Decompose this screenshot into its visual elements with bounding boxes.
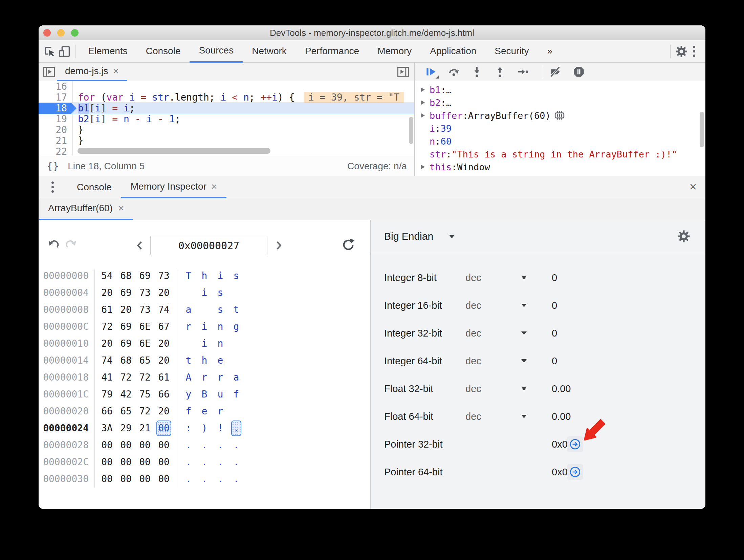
hex-byte[interactable]: 72 bbox=[118, 369, 133, 386]
hex-byte[interactable]: 20 bbox=[156, 335, 171, 352]
hex-byte[interactable]: 79 bbox=[100, 386, 114, 403]
hex-byte[interactable]: 65 bbox=[137, 352, 152, 369]
hex-byte[interactable]: 6E bbox=[137, 335, 152, 352]
deactivate-breakpoints-button[interactable] bbox=[547, 64, 565, 80]
hex-byte[interactable]: 3A bbox=[100, 420, 114, 437]
ascii-char[interactable]: . bbox=[231, 454, 241, 471]
chevron-down-icon[interactable] bbox=[521, 331, 527, 335]
ascii-char[interactable]: . bbox=[199, 454, 210, 471]
undo-icon[interactable] bbox=[47, 239, 60, 252]
format-select[interactable]: dec bbox=[465, 264, 481, 292]
ascii-char[interactable]: s bbox=[215, 301, 225, 318]
drawer-menu-icon[interactable] bbox=[47, 179, 58, 195]
address-input[interactable] bbox=[150, 236, 267, 255]
hex-byte[interactable]: 00 bbox=[156, 454, 171, 471]
ascii-char[interactable]: . bbox=[215, 437, 225, 454]
ascii-char[interactable]: u bbox=[215, 386, 225, 403]
hex-byte[interactable]: 61 bbox=[100, 301, 114, 318]
hex-byte[interactable]: 41 bbox=[100, 369, 114, 386]
hex-byte[interactable]: 20 bbox=[156, 284, 171, 301]
next-page-chevron-icon[interactable] bbox=[273, 240, 284, 251]
inspect-element-icon[interactable] bbox=[42, 44, 57, 59]
ascii-char[interactable]: . bbox=[215, 454, 225, 471]
scope-row[interactable]: str: "This is a string in the ArrayBuffe… bbox=[415, 148, 705, 160]
code-horizontal-scrollbar[interactable] bbox=[78, 148, 270, 154]
chevron-down-icon[interactable] bbox=[521, 304, 527, 307]
ascii-char[interactable]: n bbox=[215, 318, 225, 335]
chevron-down-icon[interactable] bbox=[521, 276, 527, 279]
pretty-print-icon[interactable]: {} bbox=[47, 160, 59, 172]
hex-byte[interactable]: 20 bbox=[156, 352, 171, 369]
ascii-char[interactable]: s bbox=[215, 284, 225, 301]
drawer-tab-memory-inspector[interactable]: Memory Inspector× bbox=[121, 176, 227, 198]
format-select[interactable]: dec bbox=[465, 347, 481, 375]
hex-byte[interactable]: 74 bbox=[156, 301, 171, 318]
hex-byte[interactable]: 20 bbox=[100, 335, 114, 352]
open-memory-inspector-icon[interactable] bbox=[554, 111, 565, 120]
scope-row[interactable]: b1: … bbox=[415, 83, 705, 96]
ascii-char[interactable]: r bbox=[199, 369, 210, 386]
pause-on-exceptions-button[interactable] bbox=[570, 64, 588, 80]
ascii-char[interactable]: A bbox=[183, 369, 194, 386]
hex-byte[interactable]: 67 bbox=[156, 318, 171, 335]
hex-byte[interactable]: 00 bbox=[137, 437, 152, 454]
hex-byte[interactable]: 00 bbox=[100, 471, 114, 488]
ascii-char[interactable]: ! bbox=[215, 420, 225, 437]
chevron-down-icon[interactable] bbox=[521, 387, 527, 390]
ascii-char[interactable]: f bbox=[231, 386, 241, 403]
ascii-char[interactable]: . bbox=[183, 437, 194, 454]
hex-byte[interactable]: 72 bbox=[137, 369, 152, 386]
ascii-char[interactable]: . bbox=[215, 471, 225, 488]
file-tab-demo-js[interactable]: demo-js.js × bbox=[57, 63, 127, 81]
hex-byte[interactable]: 00 bbox=[100, 437, 114, 454]
hex-byte[interactable]: 61 bbox=[156, 369, 171, 386]
hex-byte[interactable]: 42 bbox=[118, 386, 133, 403]
tab-memory[interactable]: Memory bbox=[368, 40, 421, 63]
hex-byte[interactable]: 75 bbox=[137, 386, 152, 403]
hex-byte[interactable]: 69 bbox=[118, 284, 133, 301]
hex-byte[interactable]: 21 bbox=[137, 420, 152, 437]
ascii-char[interactable]: . bbox=[231, 421, 241, 436]
ascii-char[interactable]: e bbox=[215, 352, 225, 369]
hex-byte[interactable]: 74 bbox=[100, 352, 114, 369]
ascii-char[interactable]: ) bbox=[199, 420, 210, 437]
line-number[interactable]: 16 bbox=[39, 81, 72, 92]
format-select[interactable]: dec bbox=[465, 375, 481, 403]
toggle-navigator-sidebar-icon[interactable] bbox=[41, 64, 57, 80]
tab-application[interactable]: Application bbox=[421, 40, 485, 63]
ascii-char[interactable]: . bbox=[199, 437, 210, 454]
ascii-char[interactable]: i bbox=[199, 335, 210, 352]
line-number[interactable]: 21 bbox=[39, 135, 72, 146]
redo-icon[interactable] bbox=[64, 239, 77, 252]
devtools-menu-icon[interactable] bbox=[689, 44, 699, 59]
tab-security[interactable]: Security bbox=[485, 40, 538, 63]
close-buffer-tab-icon[interactable]: × bbox=[118, 202, 124, 214]
ascii-char[interactable]: s bbox=[231, 267, 241, 284]
more-tabs-chevron[interactable]: » bbox=[538, 40, 562, 63]
hex-byte[interactable]: 00 bbox=[100, 454, 114, 471]
format-select[interactable]: dec bbox=[465, 292, 481, 319]
hex-byte[interactable]: 00 bbox=[156, 471, 171, 488]
expand-triangle-icon[interactable] bbox=[421, 100, 425, 105]
ascii-char[interactable]: r bbox=[183, 318, 194, 335]
line-number[interactable]: 19 bbox=[39, 114, 72, 125]
hex-byte[interactable]: 00 bbox=[118, 454, 133, 471]
hex-byte[interactable]: 00 bbox=[137, 454, 152, 471]
step-out-button[interactable] bbox=[491, 64, 509, 80]
line-number[interactable]: 18 bbox=[39, 103, 76, 114]
hex-byte[interactable]: 54 bbox=[100, 267, 114, 284]
chevron-down-icon[interactable] bbox=[521, 415, 527, 418]
ascii-char[interactable]: h bbox=[199, 267, 210, 284]
hex-byte[interactable]: 65 bbox=[118, 403, 133, 420]
tab-sources[interactable]: Sources bbox=[190, 40, 243, 63]
ascii-char[interactable]: t bbox=[183, 352, 194, 369]
jump-to-pointer-button[interactable] bbox=[567, 464, 583, 480]
hex-byte[interactable]: 20 bbox=[118, 301, 133, 318]
tab-console[interactable]: Console bbox=[137, 40, 190, 63]
line-number[interactable]: 17 bbox=[39, 92, 72, 103]
close-drawer-tab-icon[interactable]: × bbox=[211, 176, 217, 196]
hex-byte[interactable]: 69 bbox=[118, 318, 133, 335]
hex-byte[interactable]: 20 bbox=[100, 284, 114, 301]
scope-vertical-scrollbar[interactable] bbox=[700, 112, 704, 147]
ascii-char[interactable]: e bbox=[199, 403, 210, 420]
